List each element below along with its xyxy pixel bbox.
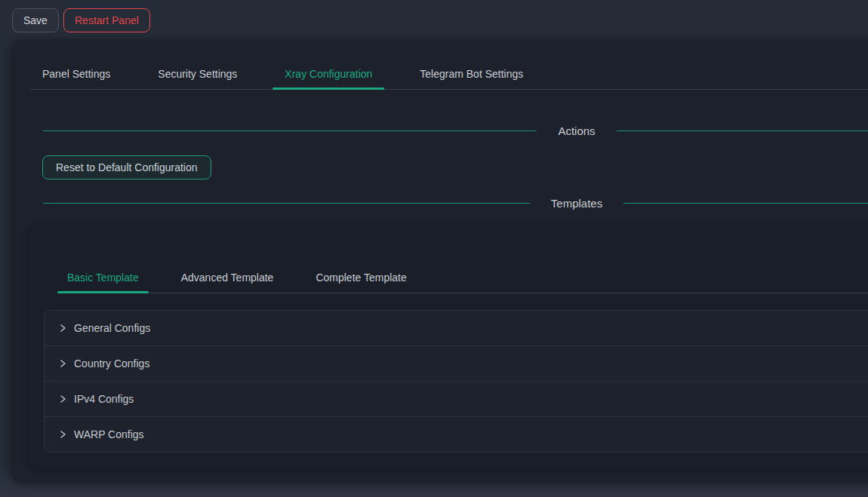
- actions-divider: Actions: [43, 122, 868, 139]
- config-collapse: General Configs Country Configs IPv4 Con…: [44, 310, 868, 453]
- collapse-row-label: IPv4 Configs: [74, 393, 134, 405]
- collapse-row-ipv4-configs[interactable]: IPv4 Configs: [45, 381, 868, 416]
- templates-divider: Templates: [43, 195, 868, 211]
- tab-telegram-bot-settings[interactable]: Telegram Bot Settings: [408, 58, 535, 89]
- tab-xray-configuration[interactable]: Xray Configuration: [272, 58, 384, 89]
- tab-advanced-template[interactable]: Advanced Template: [171, 262, 284, 293]
- collapse-row-label: General Configs: [74, 322, 150, 334]
- tab-panel-settings[interactable]: Panel Settings: [30, 58, 122, 89]
- templates-divider-title: Templates: [551, 197, 602, 210]
- tab-complete-template[interactable]: Complete Template: [306, 262, 416, 293]
- chevron-right-icon: [58, 324, 67, 333]
- collapse-row-label: Country Configs: [74, 357, 149, 370]
- template-tab-bar: Basic Template Advanced Template Complet…: [57, 262, 868, 293]
- topbar: Save Restart Panel: [0, 0, 868, 40]
- collapse-row-label: WARP Configs: [74, 428, 144, 440]
- settings-card: Panel Settings Security Settings Xray Co…: [11, 40, 868, 483]
- reset-default-config-button[interactable]: Reset to Default Configuration: [42, 155, 211, 179]
- collapse-row-country-configs[interactable]: Country Configs: [45, 345, 868, 381]
- tab-security-settings[interactable]: Security Settings: [146, 58, 249, 89]
- chevron-right-icon: [58, 430, 67, 439]
- chevron-right-icon: [58, 394, 67, 403]
- tab-basic-template[interactable]: Basic Template: [57, 262, 149, 293]
- save-button[interactable]: Save: [12, 8, 59, 32]
- actions-divider-title: Actions: [558, 124, 595, 137]
- settings-tab-bar: Panel Settings Security Settings Xray Co…: [30, 58, 868, 90]
- xray-settings-page: Save Restart Panel Panel Settings Securi…: [0, 0, 868, 497]
- collapse-row-general-configs[interactable]: General Configs: [45, 311, 868, 345]
- chevron-right-icon: [58, 359, 67, 368]
- restart-panel-button[interactable]: Restart Panel: [63, 8, 150, 32]
- collapse-row-warp-configs[interactable]: WARP Configs: [45, 416, 868, 452]
- templates-card: Basic Template Advanced Template Complet…: [28, 224, 868, 469]
